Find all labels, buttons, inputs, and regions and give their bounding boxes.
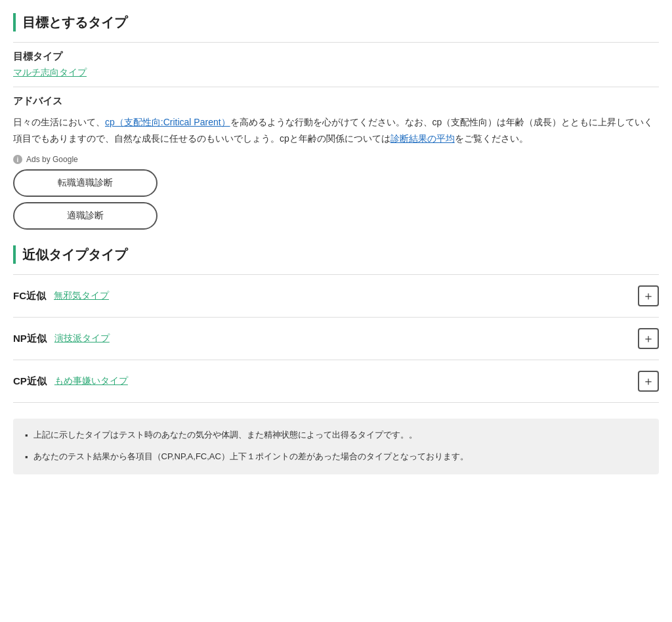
ads-info-icon: i <box>13 155 22 164</box>
similar-left-cp: CP近似 もめ事嫌いタイプ <box>13 375 128 388</box>
advice-label: アドバイス <box>13 95 659 108</box>
np-type-link[interactable]: 演技派タイプ <box>54 333 110 344</box>
divider-1 <box>13 42 659 43</box>
ads-bar: i Ads by Google <box>13 155 659 164</box>
note-item-1: 上記に示したタイプはテスト時のあなたの気分や体調、また精神状態によって出得るタイ… <box>25 428 647 443</box>
divider-2 <box>13 87 659 87</box>
similar-left-np: NP近似 演技派タイプ <box>13 333 110 345</box>
ad-buttons-container: 転職適職診断 適職診断 <box>13 169 659 230</box>
fc-type-link[interactable]: 無邪気タイプ <box>54 290 109 302</box>
diagnosis-avg-link[interactable]: 診断結果の平均 <box>390 133 455 144</box>
ad-button-1[interactable]: 転職適職診断 <box>13 169 158 197</box>
np-label: NP近似 <box>13 333 47 345</box>
cp-link[interactable]: cp（支配性向:Critical Parent） <box>105 117 230 127</box>
cp-expand-button[interactable]: ＋ <box>638 371 659 392</box>
cp-type-link[interactable]: もめ事嫌いタイプ <box>54 375 128 387</box>
target-type-label: 目標タイプ <box>13 51 659 63</box>
similar-type-header: 近似タイプタイプ <box>13 245 659 264</box>
target-type-title: 目標とするタイプ <box>22 14 127 31</box>
advice-text-3: をご覧ください。 <box>455 133 528 144</box>
advice-text: 日々の生活において、cp（支配性向:Critical Parent）を高めるよう… <box>13 114 659 147</box>
similar-type-title: 近似タイプタイプ <box>22 246 127 264</box>
similar-row-fc: FC近似 無邪気タイプ ＋ <box>13 274 659 318</box>
advice-text-1: 日々の生活において、 <box>13 117 105 127</box>
ad-button-2[interactable]: 適職診断 <box>13 202 158 230</box>
section-bar-accent-2 <box>13 245 16 264</box>
ads-label: Ads by Google <box>26 155 78 164</box>
notes-list: 上記に示したタイプはテスト時のあなたの気分や体調、また精神状態によって出得るタイ… <box>25 428 647 465</box>
target-type-header: 目標とするタイプ <box>13 13 659 31</box>
fc-label: FC近似 <box>13 290 46 302</box>
cp-label: CP近似 <box>13 375 47 388</box>
np-expand-button[interactable]: ＋ <box>638 328 659 349</box>
fc-expand-button[interactable]: ＋ <box>638 285 659 306</box>
note-item-2: あなたのテスト結果から各項目（CP,NP,A,FC,AC）上下１ポイントの差があ… <box>25 449 647 465</box>
section-bar-accent <box>13 13 16 31</box>
type-link[interactable]: マルチ志向タイプ <box>13 67 87 77</box>
notes-box: 上記に示したタイプはテスト時のあなたの気分や体調、また精神状態によって出得るタイ… <box>13 419 659 474</box>
similar-row-np: NP近似 演技派タイプ ＋ <box>13 318 659 360</box>
similar-type-list: FC近似 無邪気タイプ ＋ NP近似 演技派タイプ ＋ CP近似 もめ事嫌いタイ… <box>13 274 659 403</box>
similar-row-cp: CP近似 もめ事嫌いタイプ ＋ <box>13 360 659 403</box>
similar-left-fc: FC近似 無邪気タイプ <box>13 290 109 302</box>
